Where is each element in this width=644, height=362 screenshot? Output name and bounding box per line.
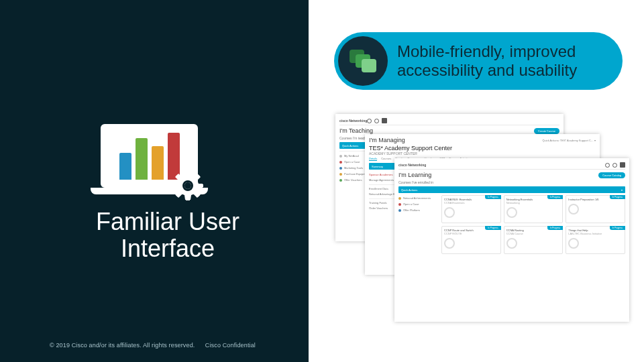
course-card[interactable]: In Progress CCNP Route and Switch CCNP R…: [441, 226, 501, 254]
tab[interactable]: Details: [369, 157, 377, 161]
slide: Familiar User Interface Mobile-friendly,…: [0, 0, 644, 362]
course-card[interactable]: In Progress Networking Essentials Networ…: [504, 195, 564, 223]
course-card[interactable]: In Progress CCNA R&S: Essentials CCNA Es…: [441, 195, 501, 223]
learning-quickactions-bar: Quick Actions ▾: [398, 186, 625, 193]
svg-line-11: [195, 175, 199, 179]
quick-actions-label: Quick Actions: [342, 144, 358, 147]
status-badge: In Progress: [610, 195, 625, 199]
support-center-sub: ACADEMY SUPPORT CENTER: [369, 152, 596, 156]
course-card[interactable]: In Progress Things that Help LAB-TEC Bus…: [566, 226, 625, 254]
pill-circle-icon: [338, 36, 388, 86]
globe-icon: [367, 119, 372, 123]
list-item[interactable]: Netacad Achievements: [398, 195, 437, 201]
learning-sidebar: Netacad Achievements Open a Case Offer P…: [398, 195, 437, 254]
svg-point-3: [184, 182, 191, 189]
gear-icon: [171, 169, 205, 202]
globe-icon: [605, 163, 610, 168]
feature-pill: Mobile-friendly, improved accessibility …: [334, 32, 623, 90]
avatar-icon: [620, 162, 625, 168]
learning-subtitle: Courses I've enrolled in: [398, 180, 625, 184]
gear-icon: [374, 119, 379, 123]
screenshot-stack: cisco Networking I'm Teaching Create Cou…: [335, 114, 631, 328]
progress-donut-icon: [444, 238, 455, 249]
status-badge: In Progress: [485, 195, 500, 199]
pill-text: Mobile-friendly, improved accessibility …: [397, 42, 612, 80]
status-badge: In Progress: [610, 226, 625, 230]
left-column: Familiar User Interface: [0, 0, 309, 362]
copyright-text: © 2019 Cisco and/or its affiliates. All …: [50, 342, 195, 349]
progress-donut-icon: [506, 238, 517, 249]
footer: © 2019 Cisco and/or its affiliates. All …: [50, 342, 256, 349]
learning-title: I'm Learning: [398, 172, 431, 178]
course-catalog-button[interactable]: Course Catalog: [598, 172, 625, 178]
gear-icon: [612, 163, 617, 168]
list-item[interactable]: Open a Case: [398, 201, 437, 207]
teaching-title: I'm Teaching: [339, 127, 373, 134]
course-card[interactable]: In Progress Instructor Preparation 1/6: [566, 195, 625, 223]
progress-donut-icon: [444, 207, 455, 218]
managing-title: I'm Managing: [369, 137, 405, 143]
progress-donut-icon: [568, 204, 579, 215]
quick-actions-label: Quick Actions: [401, 188, 417, 192]
svg-line-9: [177, 175, 181, 179]
progress-donut-icon: [506, 207, 517, 218]
avatar-icon: [382, 118, 387, 123]
status-badge: In Progress: [547, 226, 563, 230]
support-center-title: TES* Academy Support Center: [369, 145, 596, 152]
tab[interactable]: Courses: [381, 157, 391, 161]
svg-line-12: [177, 192, 181, 196]
screenshot-learning: cisco Networking I'm Learning Course Cat…: [394, 158, 629, 322]
logo-text: cisco Networking: [339, 119, 367, 123]
confidential-text: Cisco Confidential: [205, 342, 256, 349]
svg-line-10: [195, 192, 199, 196]
status-badge: In Progress: [547, 195, 563, 199]
logo-text: cisco Networking: [398, 163, 426, 167]
status-badge: In Progress: [485, 226, 500, 230]
headline: Familiar User Interface: [67, 208, 268, 262]
managing-dropdown[interactable]: Quick Actions: TES* Academy Support C… ▾: [542, 139, 596, 142]
course-card[interactable]: In Progress CCNA Routing CCNA Course: [504, 226, 564, 254]
create-course-button[interactable]: Create Course: [534, 128, 559, 134]
progress-donut-icon: [568, 238, 579, 249]
list-item[interactable]: Offer Platform: [398, 207, 437, 213]
course-cards-grid: In Progress CCNA R&S: Essentials CCNA Es…: [441, 195, 625, 254]
